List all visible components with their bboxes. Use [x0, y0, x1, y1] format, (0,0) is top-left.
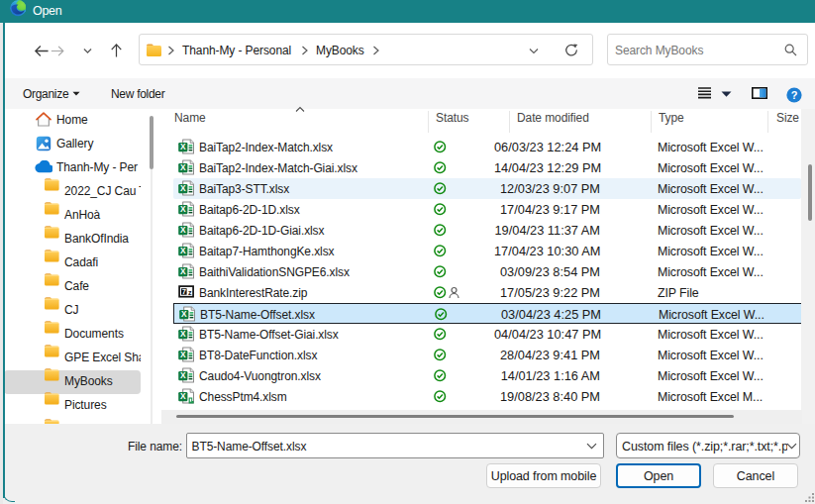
svg-text:?: ?: [791, 89, 798, 101]
